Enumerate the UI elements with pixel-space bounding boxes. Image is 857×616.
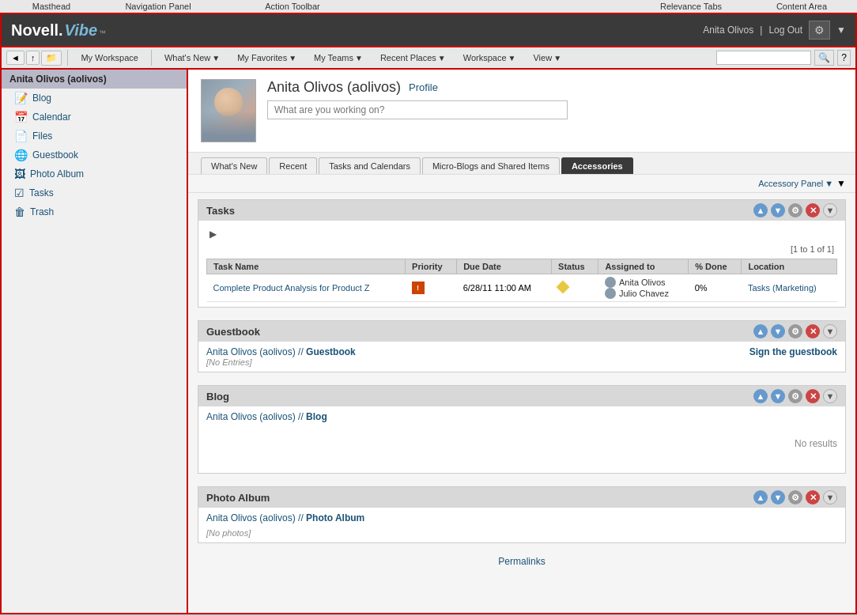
- photo-album-breadcrumb-link[interactable]: Anita Olivos (aolivos) // Photo Album: [206, 512, 364, 523]
- col-task-name: Task Name: [207, 259, 406, 274]
- permalinks[interactable]: Permalinks: [188, 550, 855, 573]
- profile-name: Anita Olivos (aolivos): [267, 79, 401, 96]
- search-input[interactable]: [716, 51, 811, 65]
- task-expand-button[interactable]: ▶: [210, 229, 217, 240]
- status-input[interactable]: [267, 100, 568, 119]
- sidebar-item-calendar[interactable]: 📅 Calendar: [2, 108, 187, 127]
- photo-album-expand-button[interactable]: ▼: [823, 490, 837, 505]
- workspace-tab[interactable]: Workspace ▼: [456, 51, 523, 65]
- photo-album-close-button[interactable]: ✕: [806, 490, 820, 505]
- toolbar-sep-1: [67, 50, 68, 66]
- status-diamond: [556, 281, 569, 294]
- photo-album-widget-controls: ▲ ▼ ⚙ ✕ ▼: [753, 490, 837, 505]
- whats-new-tab[interactable]: What's New ▼: [157, 51, 227, 65]
- tasks-gear-button[interactable]: ⚙: [788, 203, 802, 217]
- photo-album-widget-header: Photo Album ▲ ▼ ⚙ ✕ ▼: [198, 487, 845, 508]
- relevance-tabs-label: Relevance Tabs: [660, 2, 722, 11]
- assigned-users: Anita Olivos Julio Chavez: [605, 277, 682, 299]
- back-button[interactable]: ◄: [6, 51, 25, 65]
- my-favorites-tab[interactable]: My Favorites ▼: [230, 51, 304, 65]
- tasks-up-button[interactable]: ▲: [753, 203, 768, 217]
- photo-album-no-photos: [No photos]: [206, 528, 837, 538]
- photo-album-breadcrumb-root: Anita Olivos (aolivos): [206, 512, 296, 523]
- tasks-expand-button[interactable]: ▼: [823, 203, 837, 217]
- col-priority: Priority: [406, 259, 457, 274]
- sidebar-item-photo-album-label: Photo Album: [30, 168, 84, 180]
- folder-button[interactable]: 📁: [41, 51, 62, 66]
- guestbook-down-button[interactable]: ▼: [771, 324, 785, 338]
- accessory-panel-label: Accessory Panel: [758, 179, 823, 188]
- blog-up-button[interactable]: ▲: [753, 389, 768, 403]
- user-name-2: Julio Chavez: [619, 289, 669, 298]
- tasks-close-button[interactable]: ✕: [806, 203, 820, 217]
- task-link[interactable]: Complete Product Analysis for Product Z: [213, 283, 370, 293]
- blog-expand-button[interactable]: ▼: [823, 389, 837, 403]
- photo-album-sep: //: [298, 512, 306, 523]
- profile-name-row: Anita Olivos (aolivos) Profile: [267, 79, 843, 96]
- blog-close-button[interactable]: ✕: [806, 389, 820, 403]
- photo-album-up-button[interactable]: ▲: [753, 490, 768, 505]
- col-assigned-to: Assigned to: [598, 259, 689, 274]
- logout-link[interactable]: Log Out: [768, 25, 802, 36]
- blog-down-button[interactable]: ▼: [771, 389, 785, 403]
- sidebar-item-files-label: Files: [32, 130, 52, 142]
- avatar-face: [214, 88, 243, 116]
- sidebar-item-files[interactable]: 📄 Files: [2, 127, 187, 145]
- photo-album-gear-button[interactable]: ⚙: [788, 490, 802, 505]
- calendar-icon: 📅: [14, 111, 28, 123]
- photo-album-link-label: Photo Album: [306, 512, 364, 523]
- toolbar-search: 🔍 ?: [716, 50, 851, 66]
- assigned-row-2: Julio Chavez: [605, 288, 682, 299]
- guestbook-widget-header: Guestbook ▲ ▼ ⚙ ✕ ▼: [198, 321, 845, 342]
- guestbook-widget-title: Guestbook: [206, 326, 260, 338]
- blog-no-results: No results: [206, 438, 837, 449]
- table-row: Complete Product Analysis for Product Z …: [207, 274, 837, 302]
- profile-link[interactable]: Profile: [409, 81, 438, 93]
- col-percent-done: % Done: [689, 259, 742, 274]
- tab-micro-blogs[interactable]: Micro-Blogs and Shared Items: [422, 157, 560, 174]
- sidebar-item-trash[interactable]: 🗑 Trash: [2, 202, 187, 221]
- tasks-widget-header: Tasks ▲ ▼ ⚙ ✕ ▼: [198, 200, 845, 221]
- upload-button[interactable]: ↑: [26, 51, 40, 65]
- tab-accessories[interactable]: Accessories: [561, 157, 633, 174]
- gear-button[interactable]: ⚙: [809, 21, 830, 40]
- my-workspace-tab[interactable]: My Workspace: [74, 51, 145, 65]
- blog-sep: //: [298, 411, 306, 422]
- tasks-down-button[interactable]: ▼: [771, 203, 785, 217]
- photo-album-down-button[interactable]: ▼: [771, 490, 785, 505]
- accessory-panel-expand[interactable]: ▼: [836, 178, 846, 189]
- task-expand-row: ▶: [206, 225, 837, 243]
- accessory-panel-button[interactable]: Accessory Panel ▼: [758, 179, 833, 188]
- sidebar-item-trash-label: Trash: [30, 206, 54, 217]
- my-teams-tab[interactable]: My Teams ▼: [307, 51, 370, 65]
- col-status: Status: [552, 259, 598, 274]
- blog-breadcrumb-link[interactable]: Anita Olivos (aolivos) // Blog: [206, 411, 327, 422]
- sidebar-item-guestbook[interactable]: 🌐 Guestbook: [2, 145, 187, 164]
- guestbook-up-button[interactable]: ▲: [753, 324, 768, 338]
- photo-album-body: Anita Olivos (aolivos) // Photo Album [N…: [198, 508, 845, 542]
- guestbook-gear-button[interactable]: ⚙: [788, 324, 802, 338]
- guestbook-breadcrumb-root: Anita Olivos (aolivos): [206, 346, 296, 357]
- relevance-tabs: What's New Recent Tasks and Calendars Mi…: [188, 153, 855, 175]
- guestbook-expand-button[interactable]: ▼: [823, 324, 837, 338]
- sidebar-item-tasks[interactable]: ☑ Tasks: [2, 183, 187, 202]
- logo: Novell. Vibe ™: [11, 21, 106, 40]
- task-location-link[interactable]: Tasks (Marketing): [748, 283, 817, 293]
- tasks-table: Task Name Priority Due Date Status Assig…: [206, 259, 837, 302]
- current-user: Anita Olivos: [703, 25, 753, 36]
- blog-gear-button[interactable]: ⚙: [788, 389, 802, 403]
- tab-recent[interactable]: Recent: [269, 157, 317, 174]
- search-button[interactable]: 🔍: [814, 50, 834, 66]
- sign-guestbook-link[interactable]: Sign the guestbook: [749, 346, 837, 357]
- help-button[interactable]: ?: [837, 50, 851, 66]
- view-tab[interactable]: View ▼: [526, 51, 568, 65]
- col-due-date: Due Date: [457, 259, 552, 274]
- tab-tasks-and-calendars[interactable]: Tasks and Calendars: [319, 157, 421, 174]
- sidebar-item-photo-album[interactable]: 🖼 Photo Album: [2, 164, 187, 183]
- tab-whats-new[interactable]: What's New: [201, 157, 267, 174]
- task-pagination: [1 to 1 of 1]: [206, 243, 837, 255]
- guestbook-close-button[interactable]: ✕: [806, 324, 820, 338]
- sidebar-item-blog[interactable]: 📝 Blog: [2, 89, 187, 108]
- recent-places-tab[interactable]: Recent Places ▼: [373, 51, 453, 65]
- guestbook-breadcrumb-link[interactable]: Anita Olivos (aolivos) // Guestbook: [206, 346, 356, 357]
